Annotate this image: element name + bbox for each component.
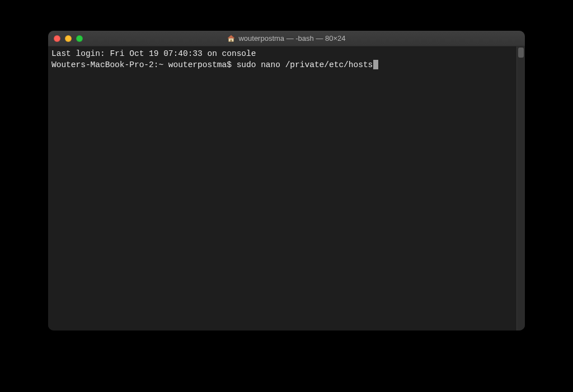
cursor-block-icon bbox=[373, 60, 378, 69]
terminal-body[interactable]: Last login: Fri Oct 19 07:40:33 on conso… bbox=[48, 46, 525, 330]
terminal-window: wouterpostma — -bash — 80×24 Last login:… bbox=[48, 31, 525, 330]
window-title-container: wouterpostma — -bash — 80×24 bbox=[48, 34, 525, 42]
home-icon bbox=[227, 35, 235, 42]
scrollbar-track[interactable] bbox=[516, 46, 525, 330]
terminal-prompt: Wouters-MacBook-Pro-2:~ wouterpostma$ bbox=[51, 60, 237, 69]
maximize-button[interactable] bbox=[76, 35, 83, 42]
terminal-login-line: Last login: Fri Oct 19 07:40:33 on conso… bbox=[51, 49, 522, 60]
terminal-command: sudo nano /private/etc/hosts bbox=[237, 60, 373, 69]
scrollbar-thumb[interactable] bbox=[518, 48, 524, 58]
close-button[interactable] bbox=[54, 35, 60, 42]
minimize-button[interactable] bbox=[65, 35, 72, 42]
terminal-prompt-line: Wouters-MacBook-Pro-2:~ wouterpostma$ su… bbox=[51, 60, 522, 71]
traffic-lights bbox=[54, 35, 83, 42]
svg-rect-1 bbox=[231, 39, 232, 41]
window-title: wouterpostma — -bash — 80×24 bbox=[238, 34, 345, 42]
titlebar[interactable]: wouterpostma — -bash — 80×24 bbox=[48, 31, 525, 46]
